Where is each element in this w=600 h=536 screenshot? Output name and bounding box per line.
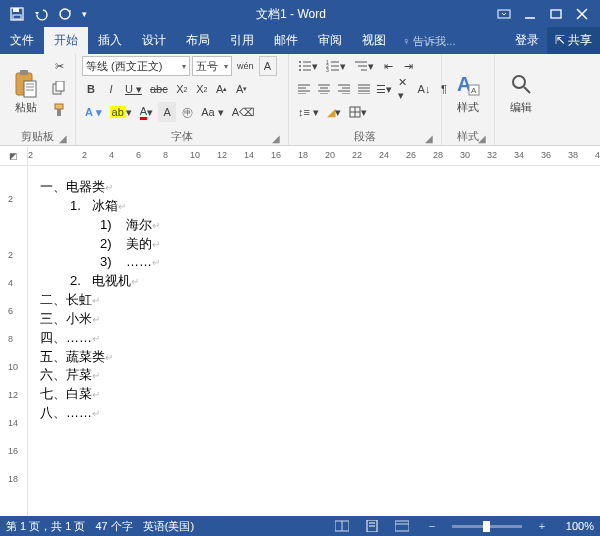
tab-design[interactable]: 设计 bbox=[132, 27, 176, 54]
doc-line[interactable]: 八、……↵ bbox=[40, 404, 584, 423]
doc-line[interactable]: 七、白菜↵ bbox=[40, 385, 584, 404]
shrink-font-button[interactable]: A▾ bbox=[233, 79, 251, 99]
align-right-button[interactable] bbox=[335, 79, 353, 99]
doc-line[interactable]: 六、芹菜↵ bbox=[40, 366, 584, 385]
doc-line[interactable]: 2. 电视机↵ bbox=[70, 272, 584, 291]
subscript-button[interactable]: X2 bbox=[173, 79, 191, 99]
close-button[interactable] bbox=[570, 3, 594, 25]
bold-button[interactable]: B bbox=[82, 79, 100, 99]
tab-references[interactable]: 引用 bbox=[220, 27, 264, 54]
paragraph-launcher[interactable]: ◢ bbox=[423, 133, 435, 145]
doc-line[interactable]: 2) 美的↵ bbox=[100, 235, 584, 254]
multilevel-icon bbox=[354, 60, 368, 72]
editing-button[interactable]: 编辑 bbox=[501, 70, 541, 115]
cut-button[interactable]: ✂ bbox=[49, 56, 69, 76]
char-border-button[interactable]: A bbox=[259, 56, 277, 76]
tab-home[interactable]: 开始 bbox=[44, 27, 88, 54]
maximize-button[interactable] bbox=[544, 3, 568, 25]
font-name-combo[interactable]: 等线 (西文正文)▾ bbox=[82, 56, 190, 76]
decrease-indent-button[interactable]: ⇤ bbox=[379, 56, 397, 76]
tab-insert[interactable]: 插入 bbox=[88, 27, 132, 54]
copy-button[interactable] bbox=[49, 78, 69, 98]
enclose-char-button[interactable]: ㊥ bbox=[178, 102, 196, 122]
styles-button[interactable]: AA 样式 bbox=[448, 70, 488, 115]
format-painter-button[interactable] bbox=[49, 100, 69, 120]
doc-line[interactable]: 四、……↵ bbox=[40, 329, 584, 348]
strikethrough-button[interactable]: abc bbox=[147, 79, 171, 99]
bullets-button[interactable]: ▾ bbox=[295, 56, 321, 76]
clear-formatting-button[interactable]: A⌫ bbox=[229, 102, 258, 122]
char-shading-button[interactable]: A bbox=[158, 102, 176, 122]
font-size-combo[interactable]: 五号▾ bbox=[192, 56, 232, 76]
ruler-corner[interactable]: ◩ bbox=[0, 146, 28, 165]
doc-line[interactable]: 五、蔬菜类↵ bbox=[40, 348, 584, 367]
align-center-button[interactable] bbox=[315, 79, 333, 99]
doc-line[interactable]: 一、电器类↵ bbox=[40, 178, 584, 197]
web-layout-button[interactable] bbox=[392, 518, 412, 534]
group-styles: AA 样式 样式◢ bbox=[442, 54, 495, 145]
zoom-in-button[interactable]: + bbox=[532, 518, 552, 534]
highlight-button[interactable]: ab ▾ bbox=[107, 102, 135, 122]
page-counter[interactable]: 第 1 页，共 1 页 bbox=[6, 519, 85, 534]
undo-button[interactable] bbox=[30, 3, 52, 25]
sort-button[interactable]: A↓ bbox=[415, 79, 433, 99]
tell-me[interactable]: ♀ 告诉我... bbox=[396, 29, 461, 54]
superscript-button[interactable]: X2 bbox=[193, 79, 211, 99]
change-case-button[interactable]: Aa ▾ bbox=[198, 102, 227, 122]
minimize-button[interactable] bbox=[518, 3, 542, 25]
share-button[interactable]: ⇱ 共享 bbox=[547, 27, 600, 54]
asian-layout-button[interactable]: ✕ ▾ bbox=[395, 79, 413, 99]
doc-line[interactable]: 1. 冰箱↵ bbox=[70, 197, 584, 216]
doc-line[interactable]: 3) ……↵ bbox=[100, 253, 584, 272]
doc-line[interactable]: 三、小米↵ bbox=[40, 310, 584, 329]
signin-button[interactable]: 登录 bbox=[507, 27, 547, 54]
print-layout-button[interactable] bbox=[362, 518, 382, 534]
bullets-icon bbox=[298, 60, 312, 72]
text-effects-button[interactable]: A ▾ bbox=[82, 102, 105, 122]
ruler-tick: 4 bbox=[109, 150, 114, 160]
zoom-level[interactable]: 100% bbox=[566, 520, 594, 532]
styles-launcher[interactable]: ◢ bbox=[476, 133, 488, 145]
ruler-tick: 28 bbox=[433, 150, 443, 160]
tab-mail[interactable]: 邮件 bbox=[264, 27, 308, 54]
font-color-button[interactable]: A ▾ bbox=[137, 102, 156, 122]
font-launcher[interactable]: ◢ bbox=[270, 133, 282, 145]
increase-indent-button[interactable]: ⇥ bbox=[399, 56, 417, 76]
underline-button[interactable]: U ▾ bbox=[122, 79, 145, 99]
justify-button[interactable] bbox=[355, 79, 373, 99]
doc-line[interactable]: 二、长虹↵ bbox=[40, 291, 584, 310]
document-page[interactable]: 一、电器类↵1. 冰箱↵1) 海尔↵2) 美的↵3) ……↵2. 电视机↵二、长… bbox=[28, 166, 600, 516]
zoom-slider[interactable] bbox=[452, 525, 522, 528]
distributed-button[interactable]: ☰▾ bbox=[375, 79, 393, 99]
word-count[interactable]: 47 个字 bbox=[95, 519, 132, 534]
tab-layout[interactable]: 布局 bbox=[176, 27, 220, 54]
language-indicator[interactable]: 英语(美国) bbox=[143, 519, 194, 534]
phonetic-guide-button[interactable]: wén bbox=[234, 56, 257, 76]
tab-file[interactable]: 文件 bbox=[0, 27, 44, 54]
ribbon-options-button[interactable] bbox=[492, 3, 516, 25]
redo-button[interactable] bbox=[54, 3, 76, 25]
line-spacing-button[interactable]: ↕≡ ▾ bbox=[295, 102, 322, 122]
numbering-button[interactable]: 123▾ bbox=[323, 56, 349, 76]
ruler-vertical[interactable]: 224681012141618 bbox=[0, 166, 28, 516]
ruler-tick: 8 bbox=[8, 334, 13, 344]
clipboard-launcher[interactable]: ◢ bbox=[57, 133, 69, 145]
borders-button[interactable]: ▾ bbox=[346, 102, 370, 122]
read-mode-button[interactable] bbox=[332, 518, 352, 534]
shading-button[interactable]: ◢▾ bbox=[324, 102, 344, 122]
multilevel-list-button[interactable]: ▾ bbox=[351, 56, 377, 76]
ruler-tick: 2 bbox=[8, 250, 13, 260]
group-font: 等线 (西文正文)▾ 五号▾ wén A B I U ▾ abc X2 X2 A… bbox=[76, 54, 289, 145]
tab-review[interactable]: 审阅 bbox=[308, 27, 352, 54]
qat-customize-button[interactable]: ▾ bbox=[78, 3, 90, 25]
paste-button[interactable]: 粘贴 bbox=[6, 56, 46, 129]
ruler-tick: 6 bbox=[8, 306, 13, 316]
grow-font-button[interactable]: A▴ bbox=[213, 79, 231, 99]
zoom-out-button[interactable]: − bbox=[422, 518, 442, 534]
italic-button[interactable]: I bbox=[102, 79, 120, 99]
doc-line[interactable]: 1) 海尔↵ bbox=[100, 216, 584, 235]
save-button[interactable] bbox=[6, 3, 28, 25]
align-left-button[interactable] bbox=[295, 79, 313, 99]
tab-view[interactable]: 视图 bbox=[352, 27, 396, 54]
ruler-horizontal[interactable]: 2246810121416182022242628303234363840 bbox=[28, 146, 600, 165]
